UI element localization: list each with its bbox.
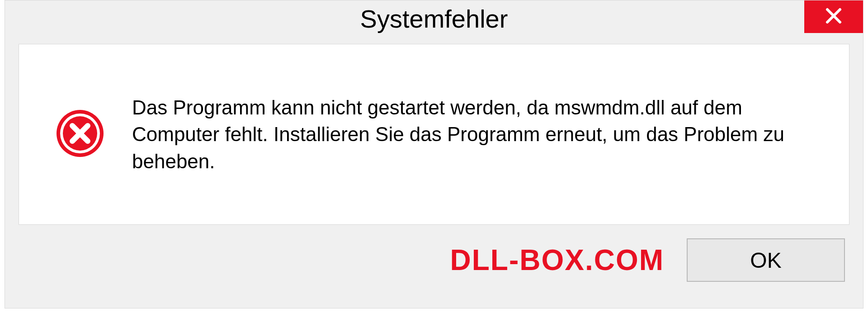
error-message: Das Programm kann nicht gestartet werden… [132, 94, 813, 175]
content-panel: Das Programm kann nicht gestartet werden… [19, 44, 849, 225]
dialog-title: Systemfehler [360, 4, 508, 33]
ok-button[interactable]: OK [687, 238, 845, 282]
error-icon [55, 109, 105, 160]
close-button[interactable] [804, 0, 863, 33]
close-icon [825, 7, 843, 27]
dialog-footer: DLL-BOX.COM OK [5, 225, 863, 282]
error-dialog: Systemfehler Das Programm kann nicht ges… [5, 0, 863, 308]
watermark-text: DLL-BOX.COM [450, 243, 665, 277]
titlebar: Systemfehler [5, 0, 863, 44]
